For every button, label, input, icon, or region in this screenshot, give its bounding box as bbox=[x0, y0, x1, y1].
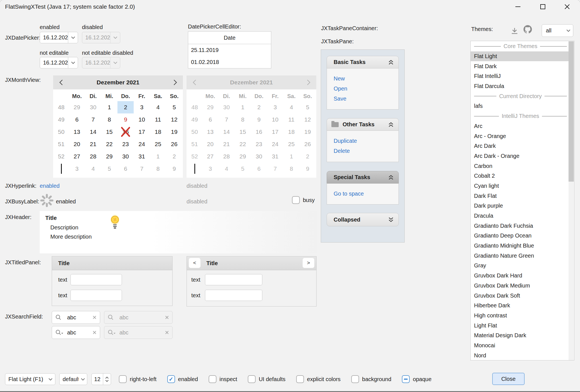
calendar-day[interactable]: 15 bbox=[101, 126, 117, 138]
theme-list-item[interactable]: Nord bbox=[471, 350, 569, 360]
calendar-day[interactable]: 29 bbox=[69, 101, 85, 113]
datepicker-not-editable[interactable]: 16.12.2021 bbox=[40, 57, 78, 68]
calendar-day[interactable]: 19 bbox=[166, 126, 182, 138]
taskpane-other-header[interactable]: Other Tasks bbox=[327, 118, 399, 131]
calendar-day[interactable]: 25 bbox=[150, 138, 166, 150]
calendar-day[interactable]: 10 bbox=[134, 113, 150, 126]
checkbox[interactable] bbox=[351, 375, 359, 383]
text-input[interactable] bbox=[70, 290, 122, 301]
github-icon[interactable] bbox=[524, 25, 532, 34]
theme-list-item[interactable]: Cyan light bbox=[471, 181, 569, 191]
search-input[interactable]: abc bbox=[67, 314, 89, 321]
calendar-day-selected[interactable]: 2 bbox=[117, 101, 134, 113]
datepicker-enabled[interactable]: 16.12.2021 bbox=[40, 32, 78, 43]
themes-scrollbar[interactable] bbox=[569, 41, 574, 360]
calendar-day[interactable]: 2 bbox=[166, 150, 182, 163]
font-size-spinner[interactable]: 12 bbox=[91, 373, 111, 385]
theme-list-item[interactable]: Flat Dark bbox=[471, 61, 569, 71]
calendar-day[interactable]: 12 bbox=[166, 113, 182, 126]
calendar-day[interactable]: 7 bbox=[134, 163, 150, 175]
theme-list-item[interactable]: Flat IntelliJ bbox=[471, 71, 569, 81]
checkbox[interactable] bbox=[248, 375, 256, 383]
calendar-day[interactable]: 3 bbox=[69, 163, 85, 175]
theme-list-item[interactable]: Gradianto Nature Green bbox=[471, 251, 569, 261]
theme-list-item-selected[interactable]: Flat Light bbox=[471, 51, 569, 61]
theme-list-item[interactable]: Arc Dark bbox=[471, 141, 569, 151]
spinner-down-icon[interactable] bbox=[105, 380, 109, 382]
date-table-row[interactable]: 01.02.2018 bbox=[188, 56, 271, 68]
theme-list-item[interactable]: Gruvbox Dark Medium bbox=[471, 281, 569, 291]
text-input[interactable] bbox=[205, 290, 262, 301]
theme-list-item[interactable]: Gradianto Deep Ocean bbox=[471, 231, 569, 241]
calendar-day[interactable]: 9 bbox=[166, 163, 182, 175]
calendar-day[interactable]: 18 bbox=[150, 126, 166, 138]
calendar-day[interactable]: 30 bbox=[117, 150, 134, 163]
theme-list-item[interactable]: Gradianto Dark Fuchsia bbox=[471, 221, 569, 231]
calendar-day[interactable]: 4 bbox=[85, 163, 101, 175]
close-window-button[interactable] bbox=[558, 0, 576, 13]
themes-filter-combo[interactable]: all bbox=[542, 24, 573, 37]
busy-checkbox[interactable] bbox=[292, 196, 300, 204]
spinner-buttons[interactable] bbox=[103, 374, 111, 385]
task-link[interactable]: Save bbox=[334, 94, 399, 104]
task-link[interactable]: Go to space bbox=[334, 189, 399, 199]
maximize-button[interactable] bbox=[534, 0, 552, 13]
theme-list-item[interactable]: Arc Dark - Orange bbox=[471, 151, 569, 161]
calendar-day[interactable]: 1 bbox=[150, 150, 166, 163]
date-table-row[interactable]: 25.11.2019 bbox=[188, 44, 271, 56]
panel-prev-button[interactable]: < bbox=[188, 258, 201, 268]
task-link[interactable]: Open bbox=[334, 84, 399, 94]
theme-list-item[interactable]: lafs bbox=[471, 101, 569, 111]
calendar-day[interactable]: 30 bbox=[85, 101, 101, 113]
datepicker-dropdown-button[interactable] bbox=[68, 57, 78, 68]
theme-list-item[interactable]: Cobalt 2 bbox=[471, 171, 569, 181]
theme-list-item[interactable]: Carbon bbox=[471, 161, 569, 171]
theme-list-item[interactable]: Flat Darcula bbox=[471, 81, 569, 91]
calendar-day[interactable]: 1 bbox=[101, 101, 117, 113]
calendar-day[interactable]: 16 bbox=[117, 126, 134, 138]
theme-list-item[interactable]: High contrast bbox=[471, 311, 569, 321]
calendar-day[interactable]: 6 bbox=[117, 163, 134, 175]
expand-icon[interactable] bbox=[388, 217, 394, 223]
checkbox[interactable] bbox=[209, 375, 216, 383]
calendar-day[interactable]: 8 bbox=[101, 113, 117, 126]
calendar-day[interactable]: 13 bbox=[69, 126, 85, 138]
theme-list-item[interactable]: Gray bbox=[471, 261, 569, 271]
previous-month-button[interactable] bbox=[53, 79, 69, 85]
theme-list-item[interactable]: Monocai bbox=[471, 341, 569, 351]
search-field-menu-enabled[interactable]: abc bbox=[52, 326, 100, 339]
theme-list-item[interactable]: Arc - Orange bbox=[471, 131, 569, 141]
calendar-day[interactable]: 27 bbox=[69, 150, 85, 163]
calendar-day[interactable]: 28 bbox=[85, 150, 101, 163]
calendar-day[interactable]: 9 bbox=[117, 113, 134, 126]
calendar-day[interactable]: 7 bbox=[85, 113, 101, 126]
checkbox[interactable] bbox=[402, 375, 410, 383]
taskpane-basic-header[interactable]: Basic Tasks bbox=[327, 56, 399, 68]
collapse-icon[interactable] bbox=[388, 174, 394, 180]
calendar-day[interactable]: 8 bbox=[150, 163, 166, 175]
taskpane-collapsed-header[interactable]: Collapsed bbox=[327, 213, 399, 226]
datepicker-dropdown-button[interactable] bbox=[68, 32, 78, 43]
theme-list-item[interactable]: Arc bbox=[471, 121, 569, 131]
calendar-day[interactable]: 5 bbox=[101, 163, 117, 175]
checkbox[interactable] bbox=[119, 375, 127, 383]
close-button[interactable]: Close bbox=[492, 373, 525, 385]
calendar-day[interactable]: 24 bbox=[134, 138, 150, 150]
clear-search-icon[interactable] bbox=[93, 331, 96, 334]
search-field-enabled[interactable]: abc bbox=[52, 311, 100, 324]
calendar-day[interactable]: 4 bbox=[150, 101, 166, 113]
scrollbar-thumb[interactable] bbox=[569, 41, 574, 182]
calendar-day[interactable]: 22 bbox=[101, 138, 117, 150]
checkbox[interactable] bbox=[296, 375, 304, 383]
calendar-day[interactable]: 26 bbox=[166, 138, 182, 150]
download-icon[interactable] bbox=[511, 27, 518, 35]
calendar-day[interactable]: 14 bbox=[85, 126, 101, 138]
calendar-day[interactable]: 6 bbox=[69, 113, 85, 126]
task-link[interactable]: Delete bbox=[334, 146, 399, 156]
calendar-day[interactable]: 21 bbox=[85, 138, 101, 150]
hyperlink-enabled[interactable]: enabled bbox=[40, 183, 60, 189]
theme-list-item[interactable]: Dark Flat bbox=[471, 191, 569, 201]
clear-search-icon[interactable] bbox=[93, 315, 96, 319]
calendar-day[interactable]: 23 bbox=[117, 138, 134, 150]
theme-list-item[interactable]: Gruvbox Dark Soft bbox=[471, 291, 569, 301]
